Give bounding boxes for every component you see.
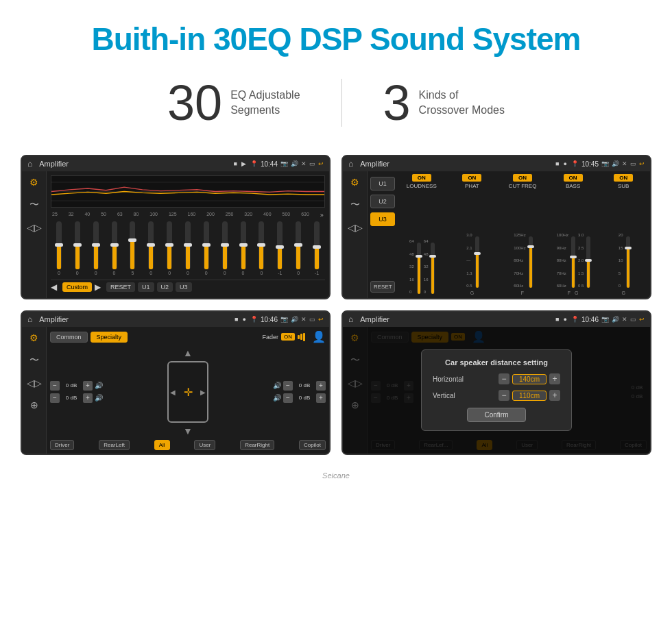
- sound-icon-1: 🔊: [291, 160, 298, 167]
- record-icon-4: ■: [555, 316, 559, 323]
- copilot-btn-3[interactable]: Copilot: [299, 440, 326, 450]
- user-icon-3[interactable]: 👤: [312, 330, 326, 343]
- fr-minus[interactable]: −: [283, 381, 293, 391]
- common-btn-3[interactable]: Common: [50, 332, 88, 343]
- preset-u3[interactable]: U3: [370, 212, 395, 226]
- location-icon-2: 📍: [571, 160, 579, 167]
- rl-db-control: − 0 dB + 🔊: [50, 393, 103, 403]
- vol-sidebar-icon[interactable]: ◁▷: [27, 222, 42, 233]
- user-btn-3[interactable]: User: [194, 440, 215, 450]
- driver-btn-3[interactable]: Driver: [50, 440, 74, 450]
- x-icon-1: ✕: [301, 160, 307, 167]
- phat-toggle[interactable]: ON: [462, 174, 481, 182]
- status-icons-2: 📍 10:45 📷 🔊 ✕ ▭ ↩: [571, 160, 645, 168]
- wave-icon-2[interactable]: 〜: [350, 199, 360, 211]
- u1-btn[interactable]: U1: [138, 282, 154, 292]
- loudness-toggle[interactable]: ON: [412, 174, 431, 182]
- dir-up-3[interactable]: ▲: [183, 347, 193, 358]
- home-icon-1[interactable]: ⌂: [27, 159, 32, 169]
- location-icon-4: 📍: [571, 316, 579, 323]
- fader-bar-3: [303, 333, 305, 341]
- speaker-fl-icon: 🔊: [95, 382, 103, 389]
- vertical-minus[interactable]: −: [499, 390, 509, 401]
- loudness-slider2[interactable]: [431, 243, 435, 294]
- x-icon-2: ✕: [622, 160, 627, 167]
- fl-db-control: − 0 dB + 🔊: [50, 381, 103, 391]
- eq-labels: 25 32 40 50 63 80 100 125 160 200 250 32…: [51, 212, 325, 219]
- loudness-slider[interactable]: [417, 243, 421, 294]
- fl-minus[interactable]: −: [50, 381, 60, 391]
- wave-icon-3[interactable]: 〜: [29, 354, 39, 367]
- crosshair-icon: ✛: [184, 385, 193, 398]
- sidebar-2: ⚙ 〜 ◁▷: [343, 171, 368, 298]
- fader-on-3: ON: [281, 333, 295, 341]
- crossover-number: 3: [383, 78, 411, 127]
- next-icon[interactable]: ▶: [95, 282, 101, 292]
- rr-plus[interactable]: +: [316, 393, 326, 403]
- confirm-button[interactable]: Confirm: [467, 408, 525, 422]
- eq-bottom: ◀ Custom ▶ RESET U1 U2 U3: [51, 280, 325, 294]
- fl-plus[interactable]: +: [83, 381, 93, 391]
- eq-slider-0: 0: [51, 221, 67, 275]
- vertical-plus[interactable]: +: [549, 390, 560, 401]
- eq-sidebar-icon[interactable]: ⚙: [29, 177, 38, 188]
- screen1-title: Amplifier: [39, 160, 229, 168]
- sub-slider[interactable]: [626, 236, 630, 288]
- all-btn-3[interactable]: All: [154, 440, 170, 450]
- rr-minus[interactable]: −: [283, 393, 293, 403]
- specialty-btn-3[interactable]: Specialty: [91, 332, 128, 343]
- horizontal-plus[interactable]: +: [549, 373, 560, 384]
- eq-icon-2[interactable]: ⚙: [350, 177, 359, 188]
- crossover-bands: ON LOUDNESS 64 48 32 16 0: [398, 174, 647, 295]
- dir-left-inner[interactable]: ◀: [170, 388, 176, 395]
- back-icon-1: ↩: [318, 160, 324, 167]
- rr-db-val: 0 dB: [295, 395, 314, 401]
- rearleft-btn-3[interactable]: RearLeft: [99, 440, 130, 450]
- record-icon-2: ■: [555, 160, 559, 167]
- horizontal-minus[interactable]: −: [499, 373, 509, 384]
- phat-slider[interactable]: [475, 236, 479, 288]
- rl-minus[interactable]: −: [50, 393, 60, 403]
- bass-toggle[interactable]: ON: [564, 174, 583, 182]
- vertical-ctrl: − 110cm +: [499, 390, 560, 401]
- vol-icon-3[interactable]: ◁▷: [27, 378, 42, 388]
- screen-crossover: ⌂ Amplifier ■ ● 📍 10:45 📷 🔊 ✕ ▭ ↩ ⚙ 〜 ◁▷: [341, 155, 651, 299]
- fr-plus[interactable]: +: [316, 381, 326, 391]
- preset-u1[interactable]: U1: [370, 177, 395, 190]
- reset-btn[interactable]: RESET: [106, 282, 135, 292]
- sub-toggle[interactable]: ON: [614, 174, 633, 182]
- band-loudness: ON LOUDNESS 64 48 32 16 0: [398, 174, 446, 295]
- crossover-label: Kinds of Crossover Modes: [419, 88, 505, 119]
- crossover-reset-btn[interactable]: RESET: [370, 281, 395, 293]
- home-icon-3[interactable]: ⌂: [27, 314, 32, 324]
- wave-sidebar-icon[interactable]: 〜: [29, 199, 39, 211]
- rl-plus[interactable]: +: [83, 393, 93, 403]
- eq-slider-14: -1: [309, 221, 325, 275]
- eq-icon-3[interactable]: ⚙: [29, 332, 38, 343]
- home-icon-2[interactable]: ⌂: [348, 159, 353, 169]
- dir-right-inner[interactable]: ▶: [200, 388, 206, 395]
- home-icon-4[interactable]: ⌂: [348, 314, 353, 324]
- u2-btn[interactable]: U2: [157, 282, 173, 292]
- loudness-name: LOUDNESS: [407, 183, 437, 189]
- bass-slider2[interactable]: [586, 236, 590, 288]
- sound-icon-4: 🔊: [612, 316, 619, 323]
- prev-icon[interactable]: ◀: [51, 282, 57, 292]
- custom-btn[interactable]: Custom: [62, 282, 92, 292]
- camera-icon-2: 📷: [601, 160, 609, 167]
- preset-u2[interactable]: U2: [370, 195, 395, 208]
- bass-slider[interactable]: [571, 236, 575, 288]
- dir-down-3[interactable]: ▼: [183, 426, 193, 436]
- rearright-btn-3[interactable]: RearRight: [240, 440, 274, 450]
- eq-slider-1: 0: [69, 221, 86, 275]
- cutfreq-slider[interactable]: [529, 236, 533, 288]
- bt-icon-3[interactable]: ⊕: [30, 399, 38, 410]
- x-icon-4: ✕: [622, 316, 627, 323]
- amp-bottom-3: Driver RearLeft All User RearRight Copil…: [50, 440, 326, 450]
- car-diagram-3: ▲ ▼ ✛ ◀ ▶: [107, 347, 269, 436]
- u3-btn[interactable]: U3: [176, 282, 192, 292]
- cutfreq-toggle[interactable]: ON: [513, 174, 532, 182]
- crossover-stat: 3 Kinds of Crossover Modes: [342, 78, 546, 127]
- sound-icon-3: 🔊: [291, 316, 298, 323]
- vol-icon-2[interactable]: ◁▷: [348, 222, 363, 233]
